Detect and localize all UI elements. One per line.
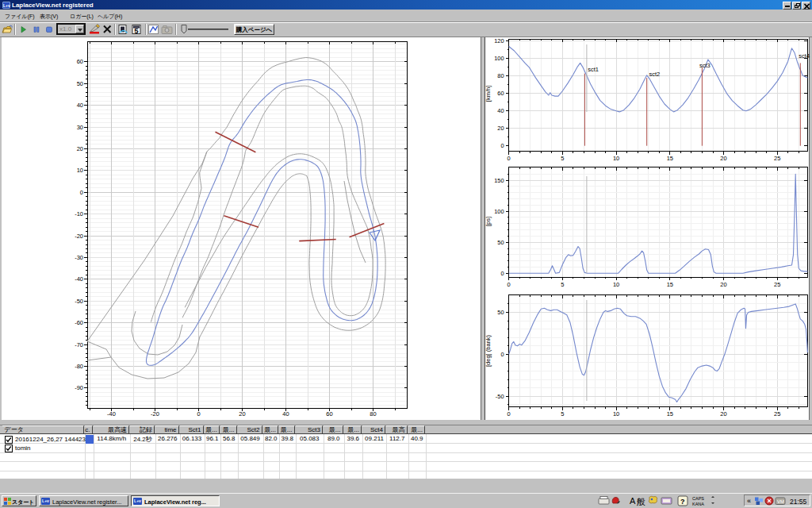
svg-text:0: 0 [508,155,511,162]
svg-text:«: « [747,497,751,505]
svg-text:10: 10 [613,155,619,162]
svg-text:0: 0 [197,410,200,418]
svg-text:VM: VM [777,499,784,504]
svg-text:15: 15 [667,155,673,162]
svg-text:KANA: KANA [692,502,704,506]
svg-text:5: 5 [561,410,564,418]
svg-text:0: 0 [508,281,511,288]
svg-text:?: ? [680,498,685,506]
svg-text:25: 25 [774,410,780,418]
svg-text:30: 30 [77,124,83,131]
svg-text:80: 80 [497,72,504,79]
svg-text:5: 5 [134,26,139,35]
svg-text:25: 25 [774,155,780,162]
svg-text:0: 0 [508,410,511,418]
svg-text:-50: -50 [496,393,504,400]
svg-text:-10: -10 [75,210,83,217]
svg-text:50: 50 [497,309,504,316]
svg-text:50: 50 [497,239,504,246]
svg-text:[ps]: [ps] [485,217,492,226]
svg-text:40: 40 [282,410,289,418]
svg-text:[deg] (bank): [deg] (bank) [485,334,492,367]
svg-text:21:55: 21:55 [790,498,807,506]
svg-text:10: 10 [77,167,83,174]
svg-text:-60: -60 [75,319,83,326]
svg-text:5: 5 [561,281,564,288]
svg-text:10: 10 [613,281,619,288]
svg-text:40: 40 [77,102,83,109]
svg-text:100: 100 [494,208,504,215]
svg-text:A: A [630,496,636,506]
svg-text:0: 0 [80,189,83,196]
svg-text:20: 20 [239,410,245,418]
svg-text:sct2: sct2 [649,71,660,78]
svg-text:-30: -30 [75,254,83,261]
svg-text:100: 100 [494,55,504,62]
svg-text:-40: -40 [75,275,83,283]
svg-text:0: 0 [501,270,504,277]
svg-text:20: 20 [497,125,504,132]
svg-text:-20: -20 [75,233,83,240]
svg-text:-20: -20 [151,410,159,418]
svg-text:15: 15 [667,410,673,418]
svg-text:50: 50 [77,80,83,87]
svg-text:般: 般 [637,497,645,506]
svg-text:60: 60 [326,410,332,418]
svg-text:20: 20 [720,410,726,418]
svg-text:sct1: sct1 [588,66,599,73]
svg-text:-90: -90 [75,384,83,391]
svg-text:sct4: sct4 [799,52,810,60]
svg-text:20: 20 [720,155,726,162]
svg-text:CAPS: CAPS [692,496,704,501]
svg-text:120: 120 [494,37,504,44]
svg-text:-40: -40 [107,410,116,418]
svg-text:150: 150 [494,177,504,184]
svg-text:80: 80 [370,410,376,418]
svg-text:60: 60 [497,90,504,97]
svg-text:-50: -50 [75,298,83,305]
svg-text:20: 20 [720,281,726,288]
svg-text:40: 40 [497,107,504,114]
svg-text:15: 15 [667,281,673,288]
svg-text:sct3: sct3 [699,62,710,69]
svg-text:0: 0 [501,142,504,149]
svg-text:[km/h]: [km/h] [485,86,492,102]
svg-text:25: 25 [774,281,780,288]
svg-text:5: 5 [561,155,564,162]
svg-text:0: 0 [501,351,504,358]
svg-text:-70: -70 [75,341,83,348]
svg-text:-80: -80 [75,363,83,370]
svg-text:10: 10 [613,410,619,418]
svg-text:20: 20 [77,145,83,152]
svg-text:60: 60 [77,58,83,65]
